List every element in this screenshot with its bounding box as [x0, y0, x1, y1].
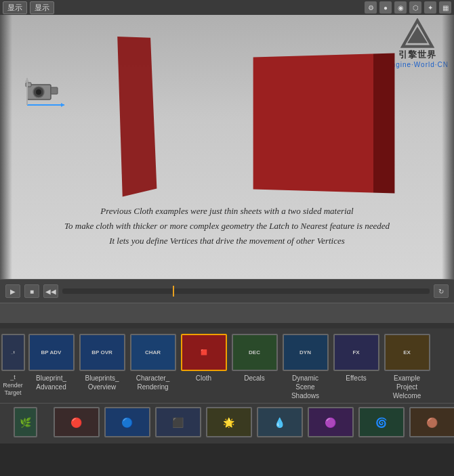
thumb-row2-img-7: 🌀	[358, 407, 405, 437]
info-bar	[0, 303, 454, 323]
logo-sub-text: Engine·World·CN	[386, 61, 449, 68]
thumb-item-3[interactable]: CHAR Character_Rendering	[127, 334, 178, 391]
thumb-item-2[interactable]: BP OVR Blueprints_Overview	[77, 334, 127, 391]
svg-marker-8	[61, 103, 64, 107]
thumb-row2-img-2: 🔵	[104, 407, 150, 437]
toolbar-icon-3[interactable]: ◉	[394, 1, 407, 14]
thumb-label-6: DynamicSceneShadows	[291, 374, 319, 400]
toolbar-icon-2[interactable]: ●	[379, 1, 392, 14]
thumb-mini-2: BP OVR	[81, 335, 124, 370]
thumbnail-strip: _t _tRenderTarget BP ADV Blueprint_Advan…	[0, 328, 454, 403]
timeline-track[interactable]	[62, 288, 430, 294]
thumb-img-3: CHAR	[130, 334, 176, 371]
thumb-row2-item-7[interactable]: 🌀	[356, 407, 407, 437]
thumb-label-1: Blueprint_Advanced	[36, 374, 66, 391]
timeline-playhead	[173, 286, 174, 297]
toolbar-icon-5[interactable]: ✦	[424, 1, 436, 14]
thumb-label-5: Decals	[244, 374, 265, 383]
thumb-row2-img-5: 💧	[257, 407, 303, 437]
toolbar-icon-4[interactable]: ⬡	[409, 1, 421, 14]
thumb-img-8: EX	[384, 334, 430, 371]
vp-text-line-3: It lets you define Vertices that drive t…	[0, 234, 454, 248]
camera-gizmo	[20, 72, 75, 113]
thumb-item-5[interactable]: DEC Decals	[229, 334, 280, 383]
thumb-item-0[interactable]: _t _tRenderTarget	[0, 334, 26, 397]
top-bar: 显示 显示 ⚙ ● ◉ ⬡ ✦ ▦	[0, 0, 454, 15]
display-btn-1[interactable]: 显示	[3, 1, 27, 14]
thumb-img-2: BP OVR	[79, 334, 125, 371]
thumb-mini-8: EX	[386, 335, 429, 370]
thumb-item-4[interactable]: 🟥 Cloth	[178, 334, 229, 383]
thumb-row2-img-1: 🔴	[54, 407, 100, 437]
thumb-img-6: DYN	[283, 334, 329, 371]
thumb-mini-0: _t	[3, 335, 24, 370]
thumb-label-2: Blueprints_Overview	[85, 374, 119, 391]
thumb-label-8: ExampleProjectWelcome	[393, 374, 421, 400]
rewind-btn[interactable]: ◀◀	[43, 284, 58, 298]
thumb-img-7: FX	[333, 334, 379, 371]
svg-point-4	[36, 89, 41, 95]
play-btn[interactable]: ▶	[5, 284, 20, 298]
thumb-mini-6: DYN	[284, 335, 327, 370]
thumb-img-1: BP ADV	[28, 334, 75, 371]
thumb-row2-item-2[interactable]: 🔵	[102, 407, 152, 437]
thumb-mini-1: BP ADV	[30, 335, 73, 370]
thumb-row2-img-0: 🌿	[14, 407, 37, 437]
thumb-mini-3: CHAR	[131, 335, 175, 370]
thumb-row2-mini-7: 🌀	[375, 417, 387, 428]
stop-btn[interactable]: ■	[24, 284, 39, 298]
thumb-item-1[interactable]: BP ADV Blueprint_Advanced	[26, 334, 77, 391]
thumb-label-0: _tRenderTarget	[3, 374, 23, 397]
thumb-item-7[interactable]: FX Effects	[331, 334, 381, 383]
loop-btn[interactable]: ↻	[434, 284, 449, 298]
svg-rect-5	[51, 87, 58, 94]
thumb-row2-item-3[interactable]: ⬛	[152, 407, 203, 437]
thumb-row2-img-4: 🌟	[206, 407, 252, 437]
thumb-row2-img-8: 🟤	[409, 407, 455, 437]
thumb-row2-mini-0: 🌿	[20, 417, 31, 428]
red-cube-face	[253, 53, 373, 192]
display-btn-2[interactable]: 显示	[30, 1, 54, 14]
thumb-row2-mini-8: 🟤	[426, 417, 438, 428]
separator-bar	[0, 323, 454, 328]
svg-marker-10	[25, 78, 29, 82]
thumb-label-4: Cloth	[196, 374, 211, 383]
thumbnail-strip-row2: 🌿 🔴 🔵 ⬛ 🌟 💧 🟣	[0, 403, 454, 443]
thumb-label-3: Character_Rendering	[136, 374, 169, 391]
thumb-row2-mini-1: 🔴	[70, 417, 82, 428]
gizmo-svg	[20, 72, 75, 113]
thumb-row2-mini-6: 🟣	[325, 417, 336, 428]
top-bar-right: ⚙ ● ◉ ⬡ ✦ ▦	[365, 1, 451, 14]
top-bar-left: 显示 显示	[3, 1, 54, 14]
thumb-img-5: DEC	[232, 334, 278, 371]
thumb-item-6[interactable]: DYN DynamicSceneShadows	[280, 334, 331, 400]
viewport-text-overlay: Previous Cloth examples were just thin s…	[0, 204, 454, 248]
thumb-row2-item-0[interactable]: 🌿	[0, 407, 51, 437]
thumb-row2-mini-4: 🌟	[223, 417, 234, 428]
red-cube-side	[373, 53, 394, 193]
thumb-mini-5: DEC	[233, 335, 276, 370]
thumb-row2-item-5[interactable]: 💧	[254, 407, 305, 437]
thumb-row2-img-3: ⬛	[155, 407, 201, 437]
timeline-bar: ▶ ■ ◀◀ ↻	[0, 279, 454, 303]
thumb-row2-mini-5: 💧	[274, 417, 285, 428]
vp-text-line-1: Previous Cloth examples were just thin s…	[0, 204, 454, 219]
red-cube	[253, 53, 373, 192]
red-thin-plane	[117, 37, 157, 196]
thumb-img-0: _t	[1, 334, 25, 371]
thumb-row2-img-6: 🟣	[308, 407, 354, 437]
logo-main-text: 引擎世界	[398, 49, 436, 61]
thumb-row2-item-6[interactable]: 🟣	[305, 407, 356, 437]
engine-world-logo-icon	[400, 18, 434, 52]
logo-overlay: 引擎世界 Engine·World·CN	[386, 18, 449, 68]
thumb-row2-item-8[interactable]: 🟤	[407, 407, 454, 437]
thumb-item-8[interactable]: EX ExampleProjectWelcome	[381, 334, 432, 400]
thumb-row2-item-4[interactable]: 🌟	[203, 407, 254, 437]
thumb-row2-mini-3: ⬛	[172, 417, 184, 428]
thumb-mini-4: 🟥	[182, 335, 226, 370]
toolbar-icon-6[interactable]: ▦	[439, 1, 451, 14]
thumb-row2-item-1[interactable]: 🔴	[51, 407, 102, 437]
viewport: 引擎世界 Engine·World·CN Previous Cloth e	[0, 15, 454, 279]
toolbar-icon-1[interactable]: ⚙	[365, 1, 377, 14]
thumb-mini-7: FX	[335, 335, 378, 370]
